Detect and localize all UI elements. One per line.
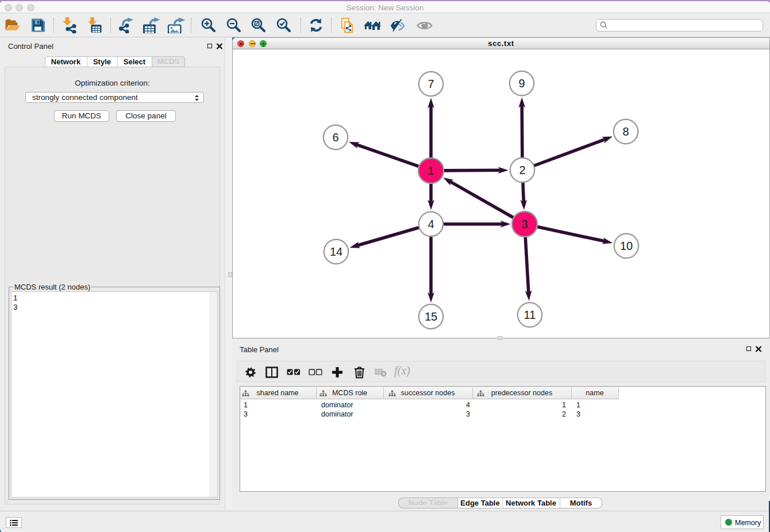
svg-text:11: 11 — [524, 309, 536, 321]
svg-text:9: 9 — [518, 77, 525, 90]
svg-text:14: 14 — [330, 245, 342, 258]
svg-text:4: 4 — [428, 218, 434, 230]
svg-text:15: 15 — [425, 310, 437, 323]
svg-text:6: 6 — [332, 131, 338, 144]
svg-text:3: 3 — [521, 218, 528, 230]
svg-text:7: 7 — [428, 78, 434, 90]
svg-text:10: 10 — [620, 240, 633, 252]
svg-text:1: 1 — [428, 164, 434, 177]
svg-text:2: 2 — [519, 164, 525, 176]
svg-text:8: 8 — [622, 125, 629, 138]
